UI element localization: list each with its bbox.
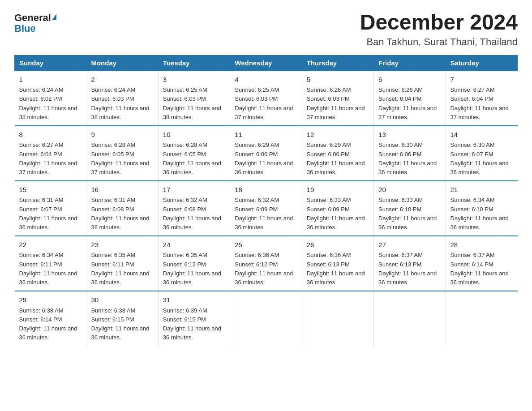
header-monday: Monday	[86, 55, 158, 71]
day-info: Sunrise: 6:26 AMSunset: 6:04 PMDaylight:…	[378, 86, 437, 120]
table-row: 16Sunrise: 6:31 AMSunset: 6:08 PMDayligh…	[86, 181, 158, 236]
day-info: Sunrise: 6:33 AMSunset: 6:09 PMDaylight:…	[307, 197, 365, 230]
day-number: 3	[163, 75, 225, 85]
day-info: Sunrise: 6:37 AMSunset: 6:13 PMDaylight:…	[378, 252, 437, 285]
day-number: 31	[163, 295, 225, 305]
calendar-title: December 2024	[360, 11, 518, 34]
table-row: 6Sunrise: 6:26 AMSunset: 6:04 PMDaylight…	[374, 71, 446, 126]
day-number: 18	[235, 185, 297, 195]
table-row: 26Sunrise: 6:36 AMSunset: 6:13 PMDayligh…	[302, 236, 373, 291]
day-number: 14	[450, 130, 513, 140]
calendar-week-row: 15Sunrise: 6:31 AMSunset: 6:07 PMDayligh…	[15, 181, 518, 236]
day-info: Sunrise: 6:28 AMSunset: 6:05 PMDaylight:…	[163, 141, 221, 175]
table-row: 18Sunrise: 6:32 AMSunset: 6:09 PMDayligh…	[230, 181, 302, 236]
day-info: Sunrise: 6:26 AMSunset: 6:03 PMDaylight:…	[307, 86, 365, 120]
day-info: Sunrise: 6:31 AMSunset: 6:08 PMDaylight:…	[91, 197, 149, 230]
day-number: 27	[378, 240, 441, 250]
header-thursday: Thursday	[302, 55, 373, 71]
header-saturday: Saturday	[446, 55, 517, 71]
day-number: 22	[19, 240, 82, 250]
title-block: December 2024 Ban Takhun, Surat Thani, T…	[360, 11, 518, 48]
day-number: 21	[450, 185, 513, 195]
day-number: 30	[91, 295, 153, 305]
logo-general: General	[14, 13, 51, 23]
calendar-subtitle: Ban Takhun, Surat Thani, Thailand	[360, 36, 518, 48]
day-number: 25	[235, 240, 297, 250]
table-row: 9Sunrise: 6:28 AMSunset: 6:05 PMDaylight…	[86, 126, 158, 181]
table-row: 19Sunrise: 6:33 AMSunset: 6:09 PMDayligh…	[302, 181, 373, 236]
table-row: 12Sunrise: 6:29 AMSunset: 6:06 PMDayligh…	[302, 126, 373, 181]
table-row	[446, 291, 517, 346]
day-number: 26	[307, 240, 369, 250]
table-row: 14Sunrise: 6:30 AMSunset: 6:07 PMDayligh…	[446, 126, 517, 181]
table-row	[302, 291, 373, 346]
day-info: Sunrise: 6:32 AMSunset: 6:08 PMDaylight:…	[163, 197, 221, 230]
day-info: Sunrise: 6:27 AMSunset: 6:04 PMDaylight:…	[450, 86, 509, 120]
table-row: 20Sunrise: 6:33 AMSunset: 6:10 PMDayligh…	[374, 181, 446, 236]
day-info: Sunrise: 6:39 AMSunset: 6:15 PMDaylight:…	[163, 307, 221, 341]
day-number: 5	[307, 75, 369, 85]
day-number: 23	[91, 240, 153, 250]
day-number: 4	[235, 75, 297, 85]
day-info: Sunrise: 6:36 AMSunset: 6:13 PMDaylight:…	[307, 252, 365, 285]
day-number: 1	[19, 75, 82, 85]
table-row: 3Sunrise: 6:25 AMSunset: 6:03 PMDaylight…	[158, 71, 230, 126]
day-info: Sunrise: 6:29 AMSunset: 6:06 PMDaylight:…	[307, 141, 365, 175]
day-number: 11	[235, 130, 297, 140]
day-number: 19	[307, 185, 369, 195]
logo-blue: Blue	[14, 23, 36, 34]
day-number: 20	[378, 185, 441, 195]
table-row: 22Sunrise: 6:34 AMSunset: 6:11 PMDayligh…	[15, 236, 86, 291]
table-row: 28Sunrise: 6:37 AMSunset: 6:14 PMDayligh…	[446, 236, 517, 291]
day-info: Sunrise: 6:35 AMSunset: 6:12 PMDaylight:…	[163, 252, 221, 285]
table-row: 1Sunrise: 6:24 AMSunset: 6:02 PMDaylight…	[15, 71, 86, 126]
table-row: 21Sunrise: 6:34 AMSunset: 6:10 PMDayligh…	[446, 181, 517, 236]
day-number: 10	[163, 130, 225, 140]
day-info: Sunrise: 6:34 AMSunset: 6:11 PMDaylight:…	[19, 252, 77, 285]
day-info: Sunrise: 6:34 AMSunset: 6:10 PMDaylight:…	[450, 197, 509, 230]
day-number: 9	[91, 130, 153, 140]
day-info: Sunrise: 6:36 AMSunset: 6:12 PMDaylight:…	[235, 252, 293, 285]
logo-triangle-icon	[52, 14, 56, 20]
day-info: Sunrise: 6:32 AMSunset: 6:09 PMDaylight:…	[235, 197, 293, 230]
day-info: Sunrise: 6:25 AMSunset: 6:03 PMDaylight:…	[163, 86, 221, 120]
day-info: Sunrise: 6:38 AMSunset: 6:14 PMDaylight:…	[19, 307, 77, 341]
header-sunday: Sunday	[15, 55, 86, 71]
day-number: 29	[19, 295, 82, 305]
table-row: 24Sunrise: 6:35 AMSunset: 6:12 PMDayligh…	[158, 236, 230, 291]
calendar-header-row: Sunday Monday Tuesday Wednesday Thursday…	[15, 55, 518, 71]
table-row: 8Sunrise: 6:27 AMSunset: 6:04 PMDaylight…	[15, 126, 86, 181]
day-number: 28	[450, 240, 513, 250]
calendar-week-row: 8Sunrise: 6:27 AMSunset: 6:04 PMDaylight…	[15, 126, 518, 181]
day-number: 13	[378, 130, 441, 140]
table-row: 23Sunrise: 6:35 AMSunset: 6:11 PMDayligh…	[86, 236, 158, 291]
calendar-table: Sunday Monday Tuesday Wednesday Thursday…	[14, 55, 518, 346]
table-row	[374, 291, 446, 346]
day-info: Sunrise: 6:38 AMSunset: 6:15 PMDaylight:…	[91, 307, 149, 341]
day-info: Sunrise: 6:24 AMSunset: 6:02 PMDaylight:…	[19, 86, 77, 120]
day-info: Sunrise: 6:24 AMSunset: 6:03 PMDaylight:…	[91, 86, 149, 120]
day-number: 24	[163, 240, 225, 250]
page-header: General Blue December 2024 Ban Takhun, S…	[14, 11, 518, 48]
table-row: 13Sunrise: 6:30 AMSunset: 6:06 PMDayligh…	[374, 126, 446, 181]
header-friday: Friday	[374, 55, 446, 71]
day-info: Sunrise: 6:33 AMSunset: 6:10 PMDaylight:…	[378, 197, 437, 230]
day-info: Sunrise: 6:35 AMSunset: 6:11 PMDaylight:…	[91, 252, 149, 285]
table-row: 15Sunrise: 6:31 AMSunset: 6:07 PMDayligh…	[15, 181, 86, 236]
day-info: Sunrise: 6:30 AMSunset: 6:07 PMDaylight:…	[450, 141, 509, 175]
day-number: 16	[91, 185, 153, 195]
table-row: 27Sunrise: 6:37 AMSunset: 6:13 PMDayligh…	[374, 236, 446, 291]
day-number: 8	[19, 130, 82, 140]
table-row: 7Sunrise: 6:27 AMSunset: 6:04 PMDaylight…	[446, 71, 517, 126]
table-row	[230, 291, 302, 346]
table-row: 4Sunrise: 6:25 AMSunset: 6:03 PMDaylight…	[230, 71, 302, 126]
header-tuesday: Tuesday	[158, 55, 230, 71]
table-row: 2Sunrise: 6:24 AMSunset: 6:03 PMDaylight…	[86, 71, 158, 126]
day-info: Sunrise: 6:25 AMSunset: 6:03 PMDaylight:…	[235, 86, 293, 120]
calendar-week-row: 1Sunrise: 6:24 AMSunset: 6:02 PMDaylight…	[15, 71, 518, 126]
day-info: Sunrise: 6:31 AMSunset: 6:07 PMDaylight:…	[19, 197, 77, 230]
table-row: 10Sunrise: 6:28 AMSunset: 6:05 PMDayligh…	[158, 126, 230, 181]
day-info: Sunrise: 6:30 AMSunset: 6:06 PMDaylight:…	[378, 141, 437, 175]
day-info: Sunrise: 6:37 AMSunset: 6:14 PMDaylight:…	[450, 252, 509, 285]
day-number: 2	[91, 75, 153, 85]
